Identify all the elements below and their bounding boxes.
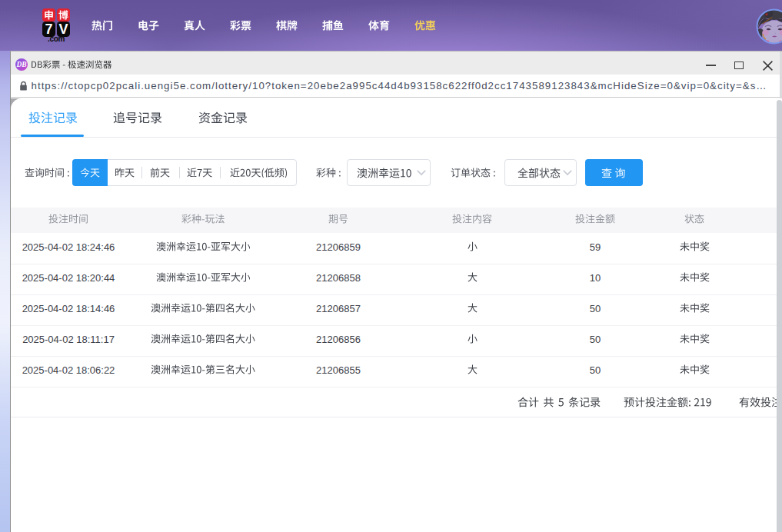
svg-text:DB: DB [16,61,27,68]
